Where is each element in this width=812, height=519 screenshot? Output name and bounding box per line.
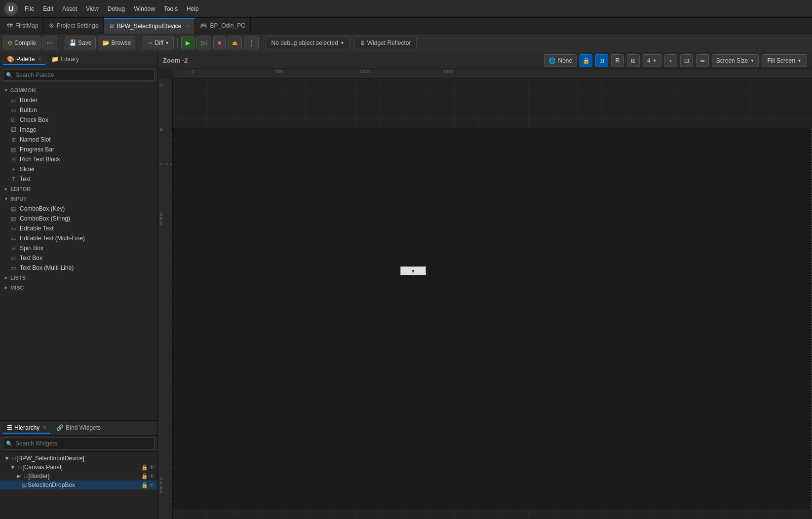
- canvas-none-button[interactable]: 🌐 None: [544, 54, 577, 67]
- misc-arrow-icon: ►: [4, 285, 8, 290]
- toolbar-dots[interactable]: ⋯: [42, 37, 57, 49]
- category-input[interactable]: ▼ INPUT: [0, 194, 157, 204]
- ruler-left: 0 500: [158, 79, 173, 519]
- palette-item-comboboxkey[interactable]: ▤ ComboBox (Key): [0, 204, 157, 214]
- tab-projectsettings[interactable]: ⚙ Project Settings: [44, 18, 104, 34]
- compile-label: Compile: [14, 39, 36, 46]
- more-button[interactable]: ⋮: [244, 37, 259, 49]
- slider-label: Slider: [20, 166, 35, 173]
- comboboxstring-icon: ▤: [10, 216, 17, 222]
- border-icon: ▭: [10, 97, 17, 104]
- palette-tab[interactable]: 🎨 Palette ✕: [3, 54, 45, 65]
- tab-firstmap[interactable]: 🗺 FirstMap: [2, 18, 44, 34]
- canvas-lock-button[interactable]: 🔒: [580, 54, 592, 67]
- category-editor[interactable]: ► EDITOR: [0, 184, 157, 194]
- palette-item-textbox[interactable]: ▭ Text Box: [0, 253, 157, 263]
- palette-item-editabletextmulti[interactable]: ▭ Editable Text (Multi-Line): [0, 233, 157, 243]
- palette-item-progressbar[interactable]: ▤ Progress Bar: [0, 145, 157, 154]
- palette-item-comboboxstring[interactable]: ▤ ComboBox (String): [0, 214, 157, 223]
- palette-item-editabletext[interactable]: ▭ Editable Text: [0, 223, 157, 233]
- palette-search-input[interactable]: [3, 69, 155, 81]
- canvas-btn-expand[interactable]: ⊡: [680, 54, 693, 67]
- eject-button[interactable]: ⏏: [228, 37, 242, 49]
- menu-tools[interactable]: Tools: [160, 4, 182, 13]
- menu-edit[interactable]: Edit: [39, 4, 57, 13]
- tab-close-bpw[interactable]: ✕: [186, 23, 190, 29]
- border-label: Border: [20, 97, 38, 104]
- tab-icon-bp-odin: 🎮: [200, 22, 207, 29]
- richtextblock-icon: ⊡: [10, 156, 17, 163]
- canvas-number-dropdown[interactable]: 4 ▼: [643, 54, 661, 67]
- tree-item-border[interactable]: ► □ [Border] 🔒 👁: [0, 472, 157, 481]
- palette-item-richtextblock[interactable]: ⊡ Rich Text Block: [0, 154, 157, 164]
- fill-screen-button[interactable]: Fill Screen ▼: [762, 54, 807, 67]
- textboxmulti-label: Text Box (Multi-Line): [20, 264, 74, 271]
- palette-item-image[interactable]: 🖼 Image: [0, 125, 157, 135]
- design-canvas[interactable]: ▼: [173, 128, 812, 509]
- tab-bpw-selectinputdevice[interactable]: 🖥 BPW_SelectInputDevice ✕: [104, 18, 195, 34]
- debug-selector[interactable]: No debug object selected ▼: [266, 37, 349, 49]
- canvas-viewport[interactable]: 0 500 1000 1500 0 500: [158, 69, 812, 519]
- tree-item-canvas[interactable]: ▼ □ [Canvas Panel] 🔒 👁: [0, 463, 157, 472]
- menu-asset[interactable]: Asset: [58, 4, 81, 13]
- common-label: COMMON: [10, 87, 36, 93]
- canvas-snap-button[interactable]: ⊞: [595, 54, 608, 67]
- menu-debug[interactable]: Debug: [104, 4, 129, 13]
- category-lists[interactable]: ► LISTS: [0, 273, 157, 283]
- selection-dropbox-widget[interactable]: ▼: [400, 266, 426, 275]
- play-button[interactable]: ▶: [181, 37, 194, 49]
- category-common[interactable]: ▼ COMMON: [0, 85, 157, 95]
- palette-item-spinbox[interactable]: ⊡ Spin Box: [0, 243, 157, 253]
- hierarchy-search-icon: 🔍: [6, 441, 13, 447]
- palette-item-border[interactable]: ▭ Border: [0, 95, 157, 105]
- palette-item-button[interactable]: ▭ Button: [0, 105, 157, 115]
- diff-arrow-icon: ▼: [165, 40, 169, 45]
- eject-icon: ⏏: [232, 39, 237, 46]
- border-tree-label: [Border]: [29, 473, 50, 480]
- screen-size-arrow-icon: ▼: [750, 58, 754, 63]
- palette-tab-label: Palette: [16, 56, 35, 63]
- hierarchy-icon: ☰: [7, 424, 12, 431]
- palette-item-textboxmulti[interactable]: ▭ Text Box (Multi-Line): [0, 263, 157, 273]
- stop-icon: ■: [218, 39, 221, 46]
- category-misc[interactable]: ► MISC: [0, 283, 157, 293]
- ruler-zero-label: 0: [160, 127, 162, 132]
- palette-item-text[interactable]: T Text: [0, 174, 157, 184]
- stop-button[interactable]: ■: [213, 37, 226, 49]
- save-button[interactable]: 💾 Save: [65, 37, 96, 49]
- palette-item-slider[interactable]: + Slider: [0, 164, 157, 174]
- menu-file[interactable]: File: [21, 4, 38, 13]
- canvas-r-button[interactable]: R: [611, 54, 624, 67]
- diff-button[interactable]: ↔ Diff ▼: [143, 37, 174, 49]
- compile-button[interactable]: ⚙ Compile: [3, 37, 40, 49]
- palette-item-checkbox[interactable]: ☑ Check Box: [0, 115, 157, 125]
- tree-item-root[interactable]: ▼ □ [BPW_SelectInputDevice]: [0, 454, 157, 463]
- menu-help[interactable]: Help: [183, 4, 203, 13]
- bind-widgets-tab[interactable]: 🔗 Bind Widgets: [52, 423, 105, 434]
- hierarchy-tab[interactable]: ☰ Hierarchy ✕: [3, 423, 50, 434]
- browse-label: Browse: [111, 39, 131, 46]
- menu-window[interactable]: Window: [130, 4, 159, 13]
- fill-screen-label: Fill Screen: [767, 57, 795, 64]
- tree-item-selectiondropbox[interactable]: ▤ SelectionDropBox 🔒 👁: [0, 481, 157, 489]
- screen-size-dropdown[interactable]: Screen Size ▼: [712, 54, 759, 67]
- canvas-panel-label: [Canvas Panel]: [23, 464, 63, 471]
- browse-button[interactable]: 📂 Browse: [98, 37, 135, 49]
- palette-tab-close[interactable]: ✕: [38, 56, 41, 62]
- canvas-toolbar: Zoom -2 🌐 None 🔒 ⊞ R ⊞ 4 ▼ ‹: [158, 52, 812, 69]
- widget-reflector-button[interactable]: 🖥 Widget Reflector: [354, 37, 417, 49]
- canvas-grid-button[interactable]: ⊞: [627, 54, 640, 67]
- step-button[interactable]: ▷|: [196, 37, 211, 49]
- palette-icon: 🎨: [7, 56, 14, 63]
- palette-item-namedslot[interactable]: ⊞ Named Slot: [0, 135, 157, 145]
- tab-bp-odin[interactable]: 🎮 BP_Odin_PC: [195, 18, 250, 34]
- library-tab[interactable]: 📁 Library: [47, 54, 83, 65]
- canvas-btn-resize[interactable]: ⇔: [696, 54, 709, 67]
- hierarchy-tab-close[interactable]: ✕: [42, 425, 46, 430]
- hierarchy-search-input[interactable]: [3, 438, 155, 449]
- namedslot-icon: ⊞: [10, 137, 17, 143]
- save-icon: 💾: [69, 39, 77, 46]
- canvas-btn-prev[interactable]: ‹: [664, 54, 677, 67]
- dots-icon: ⋯: [47, 39, 53, 46]
- menu-view[interactable]: View: [82, 4, 103, 13]
